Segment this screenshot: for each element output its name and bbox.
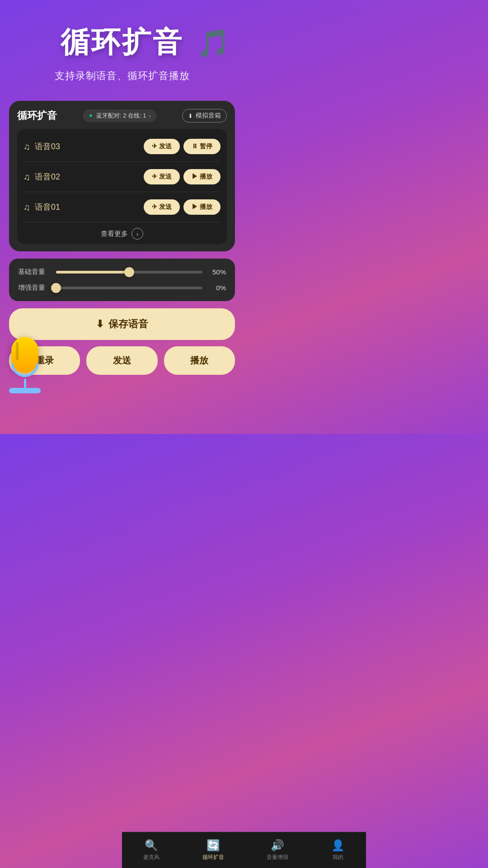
voice-01-buttons: 发送 播放 [144, 199, 221, 215]
hero-subtitle: 支持录制语音、循环扩音播放 [14, 69, 230, 83]
bluetooth-text: 蓝牙配对: 2 在线: 1 [96, 112, 146, 120]
bluetooth-arrow: › [149, 113, 151, 119]
mic-stand [5, 363, 45, 393]
card-header: 循环扩音 ✦ 蓝牙配对: 2 在线: 1 › ⬇ 模拟音箱 [17, 109, 227, 123]
voice-01-play-button[interactable]: 播放 [183, 199, 221, 215]
voice-music-icon: ♫ [23, 142, 30, 152]
microphone-illustration [0, 335, 54, 393]
basic-volume-label: 基础音量 [18, 268, 51, 276]
music-note-icon: 🎵 [197, 27, 230, 59]
save-icon: ⬇ [96, 318, 104, 330]
basic-volume-thumb[interactable] [124, 267, 134, 277]
save-voice-label: 保存语音 [108, 317, 148, 331]
voice-02-buttons: 发送 播放 [144, 169, 221, 184]
voice-02-play-button[interactable]: 播放 [183, 169, 221, 184]
boost-volume-pct: 0% [208, 284, 226, 292]
basic-volume-pct: 50% [208, 268, 226, 276]
voice-03-pause-button[interactable]: 暂停 [183, 139, 221, 154]
volume-card: 基础音量 50% 增强音量 0% [9, 259, 235, 301]
voice-item-01: ♫ 语音01 发送 播放 [23, 192, 221, 222]
mic-arc [11, 363, 38, 377]
view-more-row[interactable]: 查看更多 › [23, 222, 221, 241]
hero-section: 循环扩音 支持录制语音、循环扩音播放 🎵 [0, 0, 244, 92]
basic-volume-row: 基础音量 50% [18, 268, 226, 276]
boost-volume-row: 增强音量 0% [18, 283, 226, 292]
speaker-icon: ⬇ [188, 113, 193, 119]
voice-01-send-button[interactable]: 发送 [144, 199, 180, 215]
mic-pole [24, 379, 26, 388]
bluetooth-badge[interactable]: ✦ 蓝牙配对: 2 在线: 1 › [83, 109, 156, 122]
voice-03-send-button[interactable]: 发送 [144, 139, 180, 154]
main-voice-card: 循环扩音 ✦ 蓝牙配对: 2 在线: 1 › ⬇ 模拟音箱 ♫ 语音03 发送 … [9, 101, 235, 251]
mic-base [9, 388, 41, 393]
voice-item-03: ♫ 语音03 发送 暂停 [23, 132, 221, 162]
speaker-button[interactable]: ⬇ 模拟音箱 [182, 109, 227, 123]
bluetooth-icon: ✦ [88, 112, 94, 119]
voice-music-icon-02: ♫ [23, 172, 30, 182]
send-button[interactable]: 发送 [86, 346, 157, 375]
speaker-text: 模拟音箱 [196, 112, 221, 120]
boost-volume-label: 增强音量 [18, 283, 51, 292]
voice-name-02: 语音02 [35, 171, 139, 182]
voice-03-buttons: 发送 暂停 [144, 139, 221, 154]
voice-item-02: ♫ 语音02 发送 播放 [23, 162, 221, 192]
voice-music-icon-01: ♫ [23, 202, 30, 212]
play-button[interactable]: 播放 [164, 346, 235, 375]
voice-name-03: 语音03 [35, 141, 139, 152]
card-title: 循环扩音 [17, 109, 57, 123]
view-more-text: 查看更多 [101, 230, 128, 238]
voice-list: ♫ 语音03 发送 暂停 ♫ 语音02 发送 播放 ♫ 语音01 发送 播放 [17, 129, 227, 244]
view-more-arrow-icon: › [131, 228, 143, 240]
voice-02-send-button[interactable]: 发送 [144, 169, 180, 184]
boost-volume-thumb[interactable] [51, 283, 61, 293]
basic-volume-fill [56, 271, 129, 274]
voice-name-01: 语音01 [35, 202, 139, 212]
boost-volume-slider[interactable] [56, 287, 202, 289]
basic-volume-slider[interactable] [56, 271, 202, 274]
